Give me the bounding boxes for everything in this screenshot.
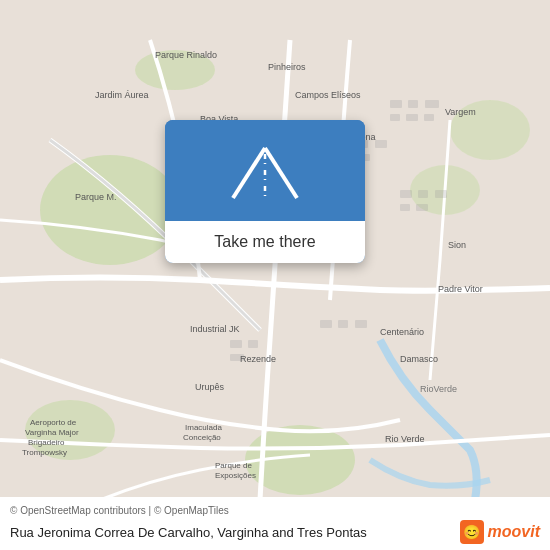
svg-rect-21 xyxy=(400,204,410,211)
map-attribution: © OpenStreetMap contributors | © OpenMap… xyxy=(10,505,540,516)
svg-text:Parque M.: Parque M. xyxy=(75,192,117,202)
svg-text:Jardim Áurea: Jardim Áurea xyxy=(95,90,149,100)
svg-text:Sion: Sion xyxy=(448,240,466,250)
svg-rect-15 xyxy=(375,140,387,148)
svg-text:Conceição: Conceição xyxy=(183,433,221,442)
svg-rect-23 xyxy=(230,340,242,348)
svg-rect-19 xyxy=(418,190,428,198)
svg-rect-27 xyxy=(338,320,348,328)
svg-rect-10 xyxy=(390,114,400,121)
svg-text:Padre Vitor: Padre Vitor xyxy=(438,284,483,294)
road-icon xyxy=(225,140,305,205)
svg-rect-18 xyxy=(400,190,412,198)
svg-text:Aeroporto de: Aeroporto de xyxy=(30,418,77,427)
svg-text:Parque Rinaldo: Parque Rinaldo xyxy=(155,50,217,60)
svg-text:Damasco: Damasco xyxy=(400,354,438,364)
svg-text:RioVerde: RioVerde xyxy=(420,384,457,394)
svg-text:Brigadeiro: Brigadeiro xyxy=(28,438,65,447)
svg-text:Imaculada: Imaculada xyxy=(185,423,222,432)
take-me-there-button[interactable]: Take me there xyxy=(165,221,365,263)
svg-text:Rezende: Rezende xyxy=(240,354,276,364)
svg-text:Parque de: Parque de xyxy=(215,461,252,470)
svg-text:Urupês: Urupês xyxy=(195,382,225,392)
svg-rect-12 xyxy=(424,114,434,121)
moovit-brand-text: moovit xyxy=(488,523,540,541)
svg-text:Pinheiros: Pinheiros xyxy=(268,62,306,72)
svg-rect-7 xyxy=(390,100,402,108)
svg-text:Vargem: Vargem xyxy=(445,107,476,117)
svg-text:Rio Verde: Rio Verde xyxy=(385,434,425,444)
svg-text:Campos Elíseos: Campos Elíseos xyxy=(295,90,361,100)
map-background: Parque Rinaldo Pinheiros Jardim Áurea Bo… xyxy=(0,0,550,550)
svg-text:Trompowsky: Trompowsky xyxy=(22,448,67,457)
svg-rect-11 xyxy=(406,114,418,121)
svg-text:Varginha Major: Varginha Major xyxy=(25,428,79,437)
bottom-bar: © OpenStreetMap contributors | © OpenMap… xyxy=(0,497,550,550)
moovit-icon: 😊 xyxy=(460,520,484,544)
svg-line-55 xyxy=(233,148,265,198)
moovit-logo: 😊 moovit xyxy=(460,520,540,544)
road-icon-area xyxy=(165,120,365,221)
svg-rect-28 xyxy=(355,320,367,328)
location-text: Rua Jeronima Correa De Carvalho, Varginh… xyxy=(10,525,452,540)
svg-text:Industrial JK: Industrial JK xyxy=(190,324,240,334)
svg-text:Exposições: Exposições xyxy=(215,471,256,480)
location-row: Rua Jeronima Correa De Carvalho, Varginh… xyxy=(10,520,540,544)
svg-point-1 xyxy=(40,155,180,265)
svg-rect-8 xyxy=(408,100,418,108)
svg-rect-9 xyxy=(425,100,439,108)
action-card: Take me there xyxy=(165,120,365,263)
svg-text:Centenário: Centenário xyxy=(380,327,424,337)
svg-rect-24 xyxy=(248,340,258,348)
svg-line-56 xyxy=(265,148,297,198)
map-container: Parque Rinaldo Pinheiros Jardim Áurea Bo… xyxy=(0,0,550,550)
svg-rect-20 xyxy=(435,190,447,198)
svg-rect-26 xyxy=(320,320,332,328)
svg-rect-22 xyxy=(416,204,428,211)
